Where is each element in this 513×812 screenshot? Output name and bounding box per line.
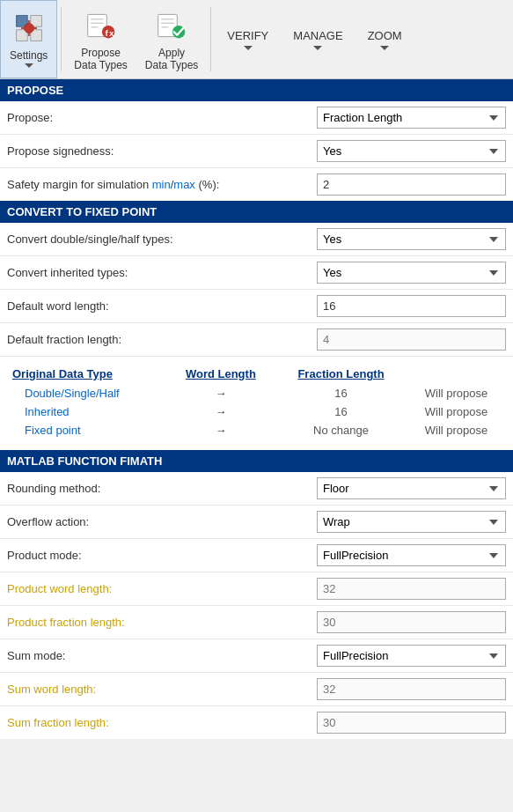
convert-inherited-row: Convert inherited types: Yes No — [0, 256, 513, 290]
row1-fraction: Will propose — [407, 384, 506, 402]
svg-point-4 — [24, 24, 33, 33]
default-fraction-length-input[interactable] — [317, 328, 506, 351]
overflow-action-select[interactable]: Wrap Saturate — [317, 511, 506, 533]
row1-arrow: → — [166, 384, 275, 402]
settings-button[interactable]: Settings — [0, 0, 57, 78]
convert-inherited-select[interactable]: Yes No — [317, 262, 506, 284]
verify-button[interactable]: VERIFY — [215, 0, 281, 78]
default-word-length-wrap — [317, 295, 506, 317]
safety-margin-label: Safety margin for simulation min/max (%)… — [7, 178, 317, 191]
table-row: Inherited → 16 Will propose — [7, 402, 506, 421]
table-row: Fixed point → No change Will propose — [7, 421, 506, 439]
toolbar-divider-1 — [61, 7, 62, 71]
safety-margin-row: Safety margin for simulation min/max (%)… — [0, 168, 513, 201]
sum-word-length-label: Sum word length: — [7, 683, 317, 696]
sum-mode-label: Sum mode: — [7, 649, 317, 662]
fimath-section: Rounding method: Floor Ceiling Convergen… — [0, 472, 513, 739]
propose-row: Propose: Fraction Length Word Length Bes… — [0, 101, 513, 135]
table-row: Double/Single/Half → 16 Will propose — [7, 384, 506, 402]
row3-word: No change — [275, 421, 407, 439]
product-mode-select[interactable]: FullPrecision KeepMSB KeepLSB SpecifyPre… — [317, 544, 506, 566]
col-original-type: Original Data Type — [7, 364, 166, 384]
sum-fraction-length-row: Sum fraction length: — [0, 706, 513, 739]
overflow-action-label: Overflow action: — [7, 515, 317, 528]
default-word-length-label: Default word length: — [7, 299, 317, 313]
propose-signedness-select[interactable]: Yes No — [317, 140, 506, 162]
convert-inherited-wrap: Yes No — [317, 262, 506, 284]
product-word-length-wrap — [317, 578, 506, 600]
propose-select[interactable]: Fraction Length Word Length Best Precisi… — [317, 107, 506, 129]
product-fraction-length-row: Product fraction length: — [0, 606, 513, 639]
row3-type: Fixed point — [7, 421, 166, 439]
overflow-action-wrap: Wrap Saturate — [317, 511, 506, 533]
rounding-method-label: Rounding method: — [7, 482, 317, 495]
rounding-method-row: Rounding method: Floor Ceiling Convergen… — [0, 472, 513, 506]
product-fraction-length-label: Product fraction length: — [7, 616, 317, 629]
manage-label: MANAGE — [293, 29, 342, 42]
settings-dropdown-arrow — [25, 63, 33, 68]
default-fraction-length-row: Default fraction length: — [0, 323, 513, 357]
sum-mode-row: Sum mode: FullPrecision KeepMSB KeepLSB … — [0, 639, 513, 673]
row2-fraction: Will propose — [407, 402, 506, 421]
row3-arrow: → — [166, 421, 275, 439]
product-word-length-input[interactable] — [317, 578, 506, 600]
propose-label: ProposeData Types — [74, 47, 127, 71]
default-word-length-input[interactable] — [317, 295, 506, 317]
product-fraction-length-input[interactable] — [317, 611, 506, 633]
apply-icon — [154, 8, 189, 43]
propose-icon: f x — [84, 8, 119, 43]
fimath-section-header: MATLAB FUNCTION FIMATH — [0, 450, 513, 472]
text-nav-group: VERIFY MANAGE ZOOM — [215, 0, 414, 78]
sum-word-length-wrap — [317, 678, 506, 700]
convert-section-header: CONVERT TO FIXED POINT — [0, 201, 513, 223]
row1-word: 16 — [275, 384, 407, 402]
row1-type: Double/Single/Half — [7, 384, 166, 402]
sum-word-length-input[interactable] — [317, 678, 506, 700]
product-word-length-label: Product word length: — [7, 582, 317, 595]
sum-mode-select[interactable]: FullPrecision KeepMSB KeepLSB SpecifyPre… — [317, 645, 506, 667]
propose-signedness-wrap: Yes No — [317, 140, 506, 162]
settings-icon — [11, 11, 47, 46]
propose-section: Propose: Fraction Length Word Length Bes… — [0, 101, 513, 201]
row2-word: 16 — [275, 402, 407, 421]
product-mode-label: Product mode: — [7, 549, 317, 562]
propose-label: Propose: — [7, 111, 317, 124]
row2-type: Inherited — [7, 402, 166, 421]
zoom-button[interactable]: ZOOM — [355, 0, 414, 78]
row2-arrow: → — [166, 402, 275, 421]
col-word-length: Word Length — [166, 364, 275, 384]
convert-double-select[interactable]: Yes No — [317, 228, 506, 250]
apply-label: ApplyData Types — [145, 47, 198, 71]
manage-arrow — [313, 46, 322, 50]
verify-arrow — [244, 46, 253, 50]
convert-double-wrap: Yes No — [317, 228, 506, 250]
sum-fraction-length-input[interactable] — [317, 712, 506, 734]
sum-fraction-length-wrap — [317, 712, 506, 734]
svg-text:x: x — [109, 27, 114, 37]
propose-select-wrap: Fraction Length Word Length Best Precisi… — [317, 107, 506, 129]
product-mode-wrap: FullPrecision KeepMSB KeepLSB SpecifyPre… — [317, 544, 506, 566]
verify-label: VERIFY — [227, 29, 268, 42]
product-word-length-row: Product word length: — [0, 572, 513, 606]
product-fraction-length-wrap — [317, 611, 506, 633]
overflow-action-row: Overflow action: Wrap Saturate — [0, 506, 513, 539]
convert-section: Convert double/single/half types: Yes No… — [0, 223, 513, 450]
apply-data-types-button[interactable]: ApplyData Types — [136, 0, 207, 78]
row3-fraction: Will propose — [407, 421, 506, 439]
propose-section-header: PROPOSE — [0, 79, 513, 101]
manage-button[interactable]: MANAGE — [281, 0, 355, 78]
rounding-method-select[interactable]: Floor Ceiling Convergent Nearest Round S… — [317, 477, 506, 499]
zoom-label: ZOOM — [368, 29, 402, 42]
safety-margin-input[interactable] — [317, 173, 506, 196]
sum-mode-wrap: FullPrecision KeepMSB KeepLSB SpecifyPre… — [317, 645, 506, 667]
settings-label: Settings — [10, 49, 48, 62]
zoom-arrow — [380, 46, 389, 50]
toolbar-divider-2 — [210, 7, 211, 71]
default-fraction-length-label: Default fraction length: — [7, 333, 317, 346]
rounding-method-wrap: Floor Ceiling Convergent Nearest Round S… — [317, 477, 506, 499]
col-fraction-length: Fraction Length — [275, 364, 407, 384]
propose-data-types-button[interactable]: f x ProposeData Types — [65, 0, 136, 78]
safety-margin-input-wrap — [317, 173, 506, 196]
sum-word-length-row: Sum word length: — [0, 673, 513, 706]
propose-signedness-label: Propose signedness: — [7, 144, 317, 158]
